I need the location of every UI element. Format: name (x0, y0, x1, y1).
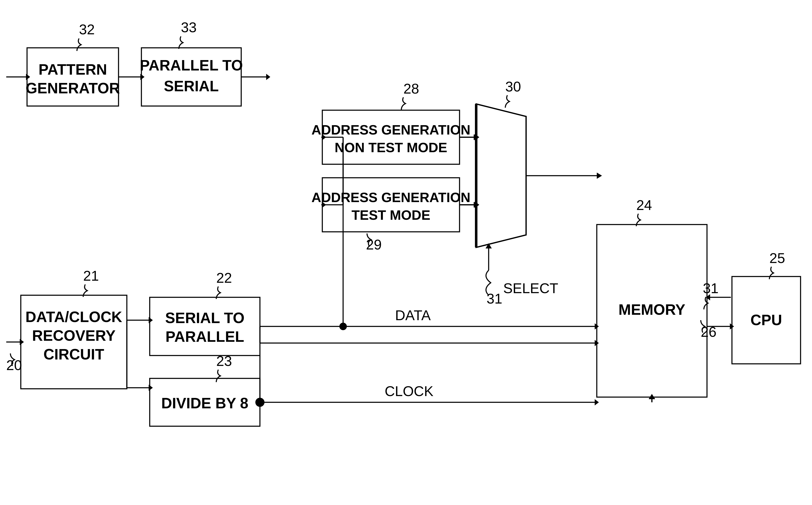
select-label: SELECT (503, 280, 558, 296)
ref-21: 21 (83, 268, 99, 284)
parallel-to-serial-label2: SERIAL (164, 78, 219, 95)
ref-25: 25 (769, 250, 785, 266)
mux-shape (476, 104, 526, 247)
clock-label: CLOCK (385, 383, 433, 399)
data-label: DATA (395, 307, 431, 323)
addr-gen-test-label2: TEST MODE (351, 207, 430, 223)
cpu-label: CPU (751, 312, 782, 328)
svg-marker-38 (595, 399, 599, 405)
ref-22: 22 (216, 270, 232, 286)
addr-gen-test-label1: ADDRESS GENERATION (312, 190, 470, 205)
serial-to-parallel-label2: PARALLEL (166, 328, 244, 345)
ref-33: 33 (181, 19, 197, 35)
svg-marker-5 (266, 74, 270, 80)
ref-31-select: 31 (487, 291, 502, 307)
addr-gen-non-test-label2: NON TEST MODE (335, 140, 447, 155)
parallel-to-serial-label1: PARALLEL TO (140, 57, 243, 73)
ref-30: 30 (505, 78, 521, 95)
pattern-generator-label1: PATTERN (38, 61, 107, 78)
ref-32: 32 (79, 21, 95, 37)
ref-23: 23 (216, 353, 232, 369)
parallel-to-serial-box (141, 48, 241, 106)
data-clock-label1: DATA/CLOCK (25, 309, 122, 325)
memory-label: MEMORY (618, 301, 685, 318)
svg-marker-21 (597, 173, 602, 179)
ref-24: 24 (636, 197, 652, 213)
ref-31-cpu: 31 (703, 280, 718, 296)
divide-by-8-label: DIVIDE BY 8 (161, 395, 249, 411)
data-junction-dot (339, 323, 347, 330)
data-clock-label2: RECOVERY (32, 327, 116, 344)
serial-to-parallel-label1: SERIAL TO (165, 310, 244, 326)
pattern-generator-label2: GENERATOR (26, 80, 120, 97)
ref-28: 28 (403, 81, 419, 97)
ref-26: 26 (701, 324, 716, 340)
data-clock-label3: CIRCUIT (43, 346, 104, 363)
diagram: PATTERN GENERATOR 32 PARALLEL TO SERIAL … (0, 0, 812, 505)
addr-gen-non-test-label1: ADDRESS GENERATION (312, 122, 470, 137)
serial-to-parallel-box (150, 297, 260, 355)
